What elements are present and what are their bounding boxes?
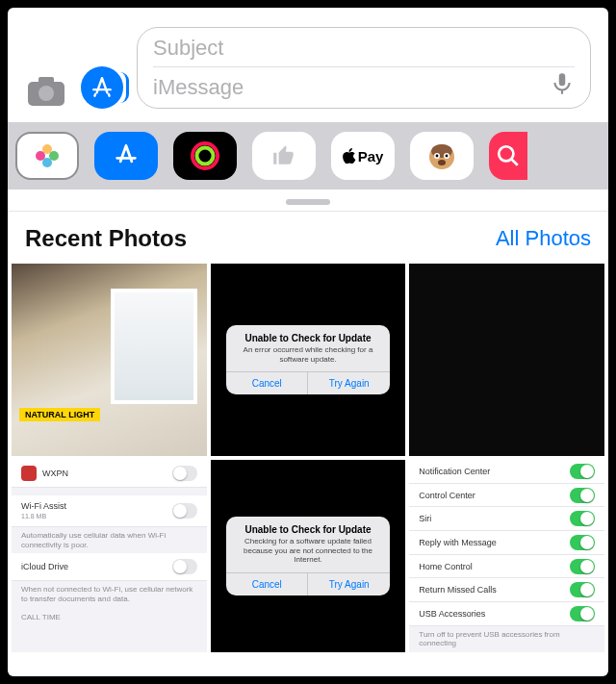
- microphone-icon[interactable]: [550, 71, 577, 98]
- photo-grid: NATURAL LIGHT Unable to Check for Update…: [8, 264, 608, 676]
- compose-row: Subject iMessage: [8, 8, 608, 122]
- natural-light-badge: NATURAL LIGHT: [19, 408, 100, 421]
- photos-app-icon[interactable]: [15, 132, 79, 180]
- photo-thumbnail[interactable]: Unable to Check for Update Checking for …: [211, 460, 406, 652]
- notif-center-label: Notification Center: [419, 467, 490, 476]
- compose-box[interactable]: Subject iMessage: [137, 27, 591, 109]
- search-app-icon[interactable]: [489, 132, 527, 180]
- wifi-size: 11.8 MB: [21, 513, 46, 519]
- svg-point-11: [201, 152, 209, 160]
- wifi-assist-label: Wi-Fi Assist: [21, 501, 66, 511]
- control-center-label: Control Center: [419, 491, 475, 500]
- thumbs-app-icon[interactable]: [252, 132, 316, 180]
- all-photos-link[interactable]: All Photos: [496, 226, 591, 251]
- wxpn-label: WXPN: [42, 469, 68, 478]
- svg-point-17: [446, 155, 449, 158]
- wifi-note: Automatically use cellular data when Wi-…: [12, 527, 207, 553]
- apple-pay-app-icon[interactable]: Pay: [331, 132, 395, 180]
- icloud-note: When not connected to Wi-Fi, use cellula…: [12, 581, 207, 607]
- camera-icon[interactable]: [25, 74, 67, 109]
- reply-msg-label: Reply with Message: [419, 538, 497, 547]
- svg-rect-1: [38, 77, 54, 85]
- icloud-drive-label: iCloud Drive: [21, 562, 68, 571]
- dialog-cancel: Cancel: [226, 573, 309, 595]
- home-indicator[interactable]: [236, 666, 380, 671]
- dialog-title: Unable to Check for Update: [226, 325, 390, 345]
- svg-point-2: [38, 86, 54, 101]
- apple-pay-label: Pay: [358, 148, 384, 165]
- usb-note: Turn off to prevent USB accessories from…: [409, 626, 604, 652]
- app-store-app-icon[interactable]: [94, 132, 158, 180]
- app-store-toggle[interactable]: [81, 66, 123, 109]
- section-header: Recent Photos All Photos: [8, 212, 608, 264]
- return-calls-label: Return Missed Calls: [419, 585, 497, 595]
- app-strip[interactable]: Pay: [8, 122, 608, 190]
- call-time-header: CALL TIME: [12, 607, 207, 623]
- svg-point-16: [436, 155, 439, 158]
- svg-line-20: [511, 159, 518, 165]
- photo-thumbnail[interactable]: NATURAL LIGHT: [12, 264, 207, 456]
- dialog-body: An error occurred while checking for a s…: [226, 345, 390, 371]
- dialog-cancel: Cancel: [226, 372, 309, 394]
- recent-photos-title: Recent Photos: [25, 225, 187, 252]
- subject-input[interactable]: Subject: [153, 36, 575, 67]
- activity-app-icon[interactable]: [173, 132, 237, 180]
- home-control-label: Home Control: [419, 562, 473, 571]
- drawer-handle-area: [8, 190, 608, 211]
- dialog-try-again: Try Again: [308, 372, 390, 394]
- photo-thumbnail[interactable]: Unable to Check for Update An error occu…: [211, 264, 406, 456]
- dialog-body: Checking for a software update failed be…: [226, 537, 390, 572]
- svg-point-10: [197, 148, 214, 165]
- svg-rect-3: [559, 73, 566, 86]
- dialog-try-again: Try Again: [308, 573, 390, 595]
- photo-thumbnail[interactable]: [409, 264, 604, 456]
- svg-point-8: [36, 151, 45, 161]
- drawer-handle[interactable]: [286, 199, 330, 205]
- siri-label: Siri: [419, 514, 431, 523]
- photo-thumbnail[interactable]: Notification Center Control Center Siri …: [409, 460, 604, 652]
- dialog-title: Unable to Check for Update: [226, 517, 390, 537]
- message-input[interactable]: iMessage: [153, 71, 575, 100]
- animoji-app-icon[interactable]: [410, 132, 474, 180]
- usb-label: USB Accessories: [419, 609, 485, 619]
- svg-point-18: [438, 160, 446, 165]
- svg-point-19: [499, 146, 513, 161]
- photo-thumbnail[interactable]: WXPN Wi-Fi Assist11.8 MB Automatically u…: [12, 460, 207, 652]
